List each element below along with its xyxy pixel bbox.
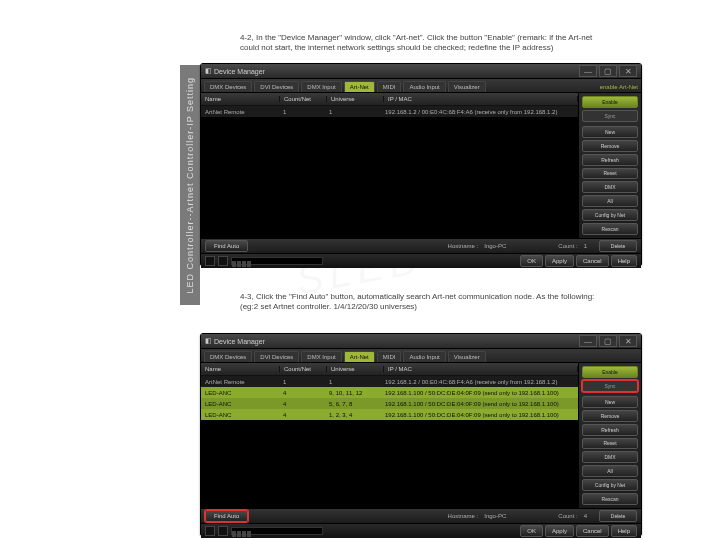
table-row[interactable]: ArtNet Remote11192.168.1.2 / 00:E0:4C:68… (201, 376, 578, 387)
status-bar: Find Auto Hostname : Ingo-PC Count : 4 D… (201, 508, 641, 523)
reset-button[interactable]: Reset (582, 438, 638, 450)
cell-ip: 192.168.1.2 / 00:E0:4C:68:F4:A6 (receive… (381, 379, 578, 385)
cell-count: 4 (279, 412, 325, 418)
remove-button[interactable]: Remove (582, 410, 638, 422)
table-header: Name Count/Net Universe IP / MAC (201, 363, 578, 376)
col-universe[interactable]: Universe (327, 366, 384, 372)
titlebar-icon: ◧ (205, 67, 212, 75)
reset-button[interactable]: Reset (582, 168, 638, 180)
dialog-buttons: OK Apply Cancel Help (201, 523, 641, 538)
ok-button[interactable]: OK (520, 525, 543, 537)
window-title: Device Manager (214, 338, 265, 345)
col-ip[interactable]: IP / MAC (384, 366, 578, 372)
cell-universe: 5, 6, 7, 8 (325, 401, 381, 407)
tab-art-net[interactable]: Art-Net (344, 351, 375, 362)
tab-dmx-devices[interactable]: DMX Devices (204, 81, 252, 92)
tab-bar: DMX Devices DVI Devices DMX Input Art-Ne… (201, 349, 641, 363)
delete-button[interactable]: Delete (599, 510, 637, 522)
tab-dvi-devices[interactable]: DVI Devices (254, 351, 299, 362)
tab-dvi-devices[interactable]: DVI Devices (254, 81, 299, 92)
cell-universe: 1 (325, 379, 381, 385)
tab-dmx-input[interactable]: DMX Input (301, 81, 341, 92)
doc-sidebar-label: LED Controller--Artnet Controller-IP Set… (185, 77, 195, 293)
titlebar[interactable]: ◧ Device Manager — ▢ ✕ (201, 64, 641, 79)
tab-visualizer[interactable]: Visualizer (448, 81, 486, 92)
col-count[interactable]: Count/Net (280, 366, 327, 372)
titlebar[interactable]: ◧ Device Manager — ▢ ✕ (201, 334, 641, 349)
instruction-4-3: 4-3, Click the "Find Auto" button, autom… (240, 292, 610, 313)
hostname-value: Ingo-PC (484, 513, 506, 519)
tab-dmx-devices[interactable]: DMX Devices (204, 351, 252, 362)
dmx-button[interactable]: DMX (582, 451, 638, 463)
refresh-button[interactable]: Refresh (582, 424, 638, 436)
table-row[interactable]: LED-ANC49, 10, 11, 12192.168.1.100 / 50:… (201, 387, 578, 398)
all-button[interactable]: All (582, 195, 638, 207)
help-button[interactable]: Help (611, 525, 637, 537)
count-label: Count : (558, 513, 577, 519)
cell-universe: 1, 2, 3, 4 (325, 412, 381, 418)
cell-name: LED-ANC (201, 390, 279, 396)
ok-button[interactable]: OK (520, 255, 543, 267)
enable-button[interactable]: Enable (582, 366, 638, 378)
table-row[interactable]: ArtNet Remote 1 1 192.168.1.2 / 00:E0:4C… (201, 106, 578, 117)
new-button[interactable]: New (582, 396, 638, 408)
minimize-button[interactable]: — (579, 65, 597, 77)
indicator-icon (205, 256, 215, 266)
dmx-button[interactable]: DMX (582, 181, 638, 193)
cell-count: 4 (279, 401, 325, 407)
col-name[interactable]: Name (201, 96, 280, 102)
col-ip[interactable]: IP / MAC (384, 96, 578, 102)
tab-midi[interactable]: MIDI (377, 81, 402, 92)
cell-ip: 192.168.1.100 / 50:DC:DE:04:0F:09 (send … (381, 412, 578, 418)
cell-count: 4 (279, 390, 325, 396)
col-name[interactable]: Name (201, 366, 280, 372)
remove-button[interactable]: Remove (582, 140, 638, 152)
tab-visualizer[interactable]: Visualizer (448, 351, 486, 362)
side-panel: Enable Sync New Remove Refresh Reset DMX… (578, 93, 641, 238)
tab-art-net[interactable]: Art-Net (344, 81, 375, 92)
hostname-label: Hostname : (448, 513, 479, 519)
find-auto-button[interactable]: Find Auto (205, 510, 248, 522)
close-button[interactable]: ✕ (619, 335, 637, 347)
cancel-button[interactable]: Cancel (576, 255, 609, 267)
cell-name: ArtNet Remote (201, 109, 279, 115)
tab-audio-input[interactable]: Audio Input (403, 351, 445, 362)
delete-button[interactable]: Delete (599, 240, 637, 252)
col-count[interactable]: Count/Net (280, 96, 327, 102)
new-button[interactable]: New (582, 126, 638, 138)
cancel-button[interactable]: Cancel (576, 525, 609, 537)
minimize-button[interactable]: — (579, 335, 597, 347)
config-button[interactable]: Config by Net (582, 209, 638, 221)
cell-name: LED-ANC (201, 401, 279, 407)
col-universe[interactable]: Universe (327, 96, 384, 102)
sync-button[interactable]: Sync (582, 380, 638, 392)
count-value: 1 (584, 243, 587, 249)
all-button[interactable]: All (582, 465, 638, 477)
config-button[interactable]: Config by Net (582, 479, 638, 491)
tab-dmx-input[interactable]: DMX Input (301, 351, 341, 362)
table-row[interactable]: LED-ANC41, 2, 3, 4192.168.1.100 / 50:DC:… (201, 409, 578, 420)
refresh-button[interactable]: Refresh (582, 154, 638, 166)
count-value: 4 (584, 513, 587, 519)
instruction-4-2: 4-2, In the "Device Manager" window, cli… (240, 33, 610, 54)
cell-universe: 1 (325, 109, 381, 115)
tab-audio-input[interactable]: Audio Input (403, 81, 445, 92)
find-auto-button[interactable]: Find Auto (205, 240, 248, 252)
rescan-button[interactable]: Rescan (582, 493, 638, 505)
maximize-button[interactable]: ▢ (599, 65, 617, 77)
apply-button[interactable]: Apply (545, 255, 574, 267)
close-button[interactable]: ✕ (619, 65, 637, 77)
apply-button[interactable]: Apply (545, 525, 574, 537)
enable-button[interactable]: Enable (582, 96, 638, 108)
window-title: Device Manager (214, 68, 265, 75)
hostname-value: Ingo-PC (484, 243, 506, 249)
device-table: Name Count/Net Universe IP / MAC ArtNet … (201, 363, 578, 508)
cell-count: 1 (279, 379, 325, 385)
table-row[interactable]: LED-ANC45, 6, 7, 8192.168.1.100 / 50:DC:… (201, 398, 578, 409)
help-button[interactable]: Help (611, 255, 637, 267)
maximize-button[interactable]: ▢ (599, 335, 617, 347)
tab-midi[interactable]: MIDI (377, 351, 402, 362)
rescan-button[interactable]: Rescan (582, 223, 638, 235)
enable-artnet-label: enable Art-Net (600, 84, 638, 90)
sync-button[interactable]: Sync (582, 110, 638, 122)
